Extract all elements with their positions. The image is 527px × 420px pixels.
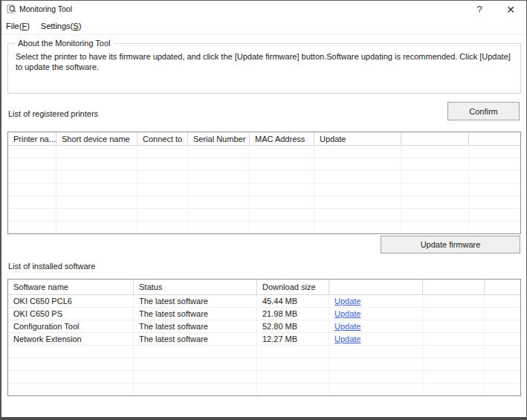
menu-bar: File(F) Settings(S) [1,19,526,35]
software-status: The latest software [134,320,257,332]
confirm-button[interactable]: Confirm [447,102,520,120]
menu-file[interactable]: File(F) [1,19,34,30]
about-text: Select the printer to have its firmware … [8,44,520,72]
update-link[interactable]: Update [334,322,361,331]
printers-col-empty-2 [469,132,520,145]
software-col-empty-1 [329,280,423,294]
software-name: Configuration Tool [8,320,134,332]
help-button[interactable]: ? [471,2,488,17]
software-size: 21.98 MB [257,308,329,320]
title-bar: Monitoring Tool ? ✕ [1,1,526,19]
software-action-cell: Update [329,295,423,307]
table-row[interactable] [8,146,520,158]
menu-file-label: File( [6,22,22,30]
software-col-download-size[interactable]: Download size [257,280,329,294]
update-link[interactable]: Update [334,335,361,343]
software-status: The latest software [134,308,257,320]
table-row: OKI C650 PCL6 The latest software 45.44 … [8,295,520,308]
software-name: OKI C650 PCL6 [8,295,134,307]
table-row: Configuration Tool The latest software 5… [8,320,520,333]
software-status: The latest software [134,333,257,345]
software-col-empty-3 [485,280,520,294]
printers-col-update[interactable]: Update [314,132,401,145]
software-status: The latest software [134,295,257,307]
table-row: Network Extension The latest software 12… [8,333,520,346]
update-firmware-button[interactable]: Update firmware [381,236,520,253]
software-table-header: Software name Status Download size [8,280,520,295]
close-icon[interactable]: ✕ [502,2,519,17]
installed-software-table[interactable]: Software name Status Download size OKI C… [7,279,521,396]
menu-settings-label: Settings( [41,22,73,30]
table-row [8,358,520,371]
table-row[interactable] [8,209,520,222]
table-row[interactable] [8,196,520,209]
table-row: OKI C650 PS The latest software 21.98 MB… [8,308,520,320]
software-size: 12.27 MB [257,333,329,345]
registered-printers-label: List of registered printers [8,109,98,118]
about-legend: About the Monitoring Tool [15,39,114,48]
menu-settings-accel: S [73,22,78,30]
table-row[interactable] [8,222,520,233]
table-row[interactable] [8,158,520,171]
software-name: Network Extension [8,333,134,345]
printers-col-connect-to[interactable]: Connect to [138,132,188,145]
magnifier-app-icon [7,4,16,14]
software-size: 45.44 MB [257,295,329,307]
software-col-empty-2 [423,280,485,294]
software-col-name[interactable]: Software name [8,280,134,294]
software-name: OKI C650 PS [8,308,134,320]
about-groupbox: About the Monitoring Tool Select the pri… [7,43,521,94]
update-link[interactable]: Update [334,297,361,306]
table-row[interactable] [8,171,520,184]
table-row [8,346,520,358]
table-row [8,384,520,395]
menu-file-label-post: ) [27,22,30,30]
printers-col-empty-1 [401,132,469,145]
printers-table-header: Printer na... Short device name Connect … [8,132,520,146]
software-size: 52.80 MB [257,320,329,332]
software-action-cell: Update [329,308,423,320]
software-action-cell: Update [329,333,423,345]
menu-settings[interactable]: Settings(S) [36,19,85,30]
software-col-status[interactable]: Status [134,280,257,294]
printers-col-mac-address[interactable]: MAC Address [250,132,314,145]
software-action-cell: Update [329,320,423,332]
window-title: Monitoring Tool [19,4,72,13]
registered-printers-table[interactable]: Printer na... Short device name Connect … [7,132,521,234]
table-row[interactable] [8,184,520,196]
printers-col-printer-name[interactable]: Printer na... [8,132,56,145]
update-link[interactable]: Update [334,309,361,318]
monitoring-tool-window: Monitoring Tool ? ✕ File(F) Settings(S) … [0,0,527,420]
printers-col-short-device-name[interactable]: Short device name [56,132,138,145]
printers-col-serial-number[interactable]: Serial Number [188,132,250,145]
installed-software-label: List of installed software [8,262,95,271]
table-row [8,371,520,384]
menu-settings-label-post: ) [79,22,82,30]
